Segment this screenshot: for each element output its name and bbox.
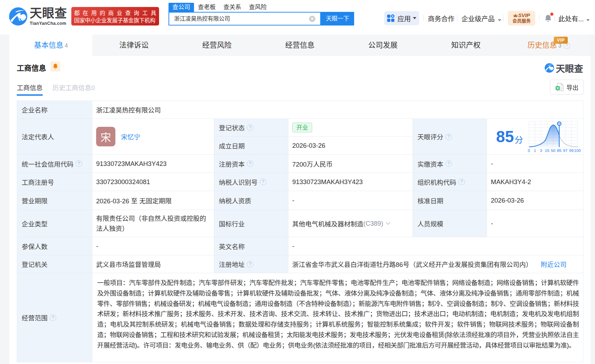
svg-text:3: 3 [540, 148, 542, 153]
svg-text:1: 1 [534, 148, 536, 153]
svg-text:50: 50 [551, 148, 555, 153]
svg-text:100: 100 [574, 148, 581, 153]
svg-text:99: 99 [569, 148, 574, 153]
svg-text:0: 0 [528, 148, 530, 153]
svg-text:85: 85 [557, 148, 561, 153]
svg-text:15: 15 [545, 148, 550, 153]
svg-text:97: 97 [563, 148, 568, 153]
